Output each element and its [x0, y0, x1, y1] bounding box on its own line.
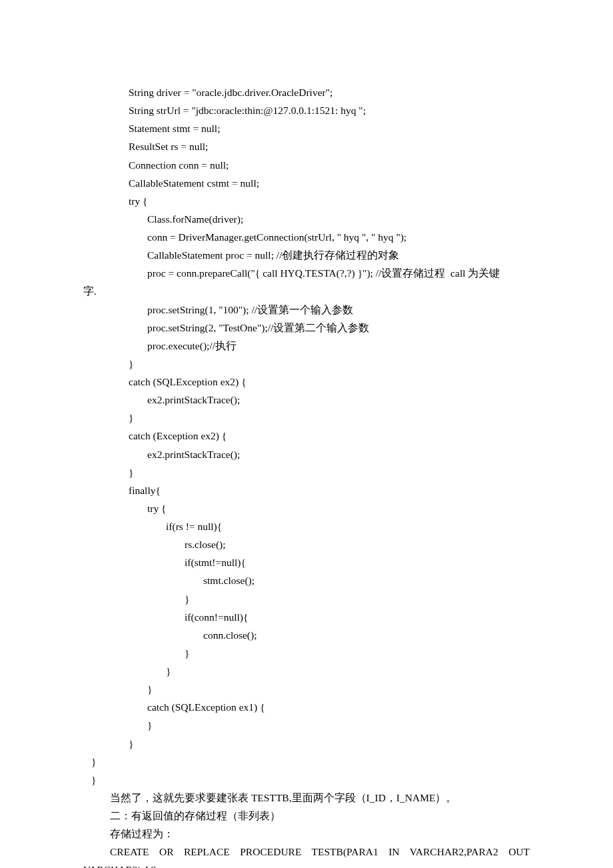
- code-line: if(rs != null){: [83, 517, 530, 535]
- code-line: }: [83, 771, 530, 789]
- code-line: if(conn!=null){: [83, 608, 530, 626]
- code-line: catch (SQLException ex1) {: [83, 698, 530, 716]
- code-line: CallableStatement cstmt = null;: [83, 174, 530, 192]
- code-line: }: [83, 590, 530, 608]
- code-line: }: [83, 644, 530, 662]
- code-line: if(stmt!=null){: [83, 553, 530, 571]
- code-line: Connection conn = null;: [83, 156, 530, 174]
- code-line: }: [83, 463, 530, 481]
- code-line: proc.setString(1, "100"); //设置第一个输入参数: [83, 301, 530, 319]
- code-line: conn = DriverManager.getConnection(strUr…: [83, 228, 530, 246]
- code-line: try {: [83, 192, 530, 210]
- code-line: proc.execute();//执行: [83, 337, 530, 355]
- paragraph: CREATE OR REPLACE PROCEDURE TESTB(PARA1 …: [83, 843, 530, 861]
- paragraph: 当然了，这就先要求要建张表 TESTTB,里面两个字段（I_ID，I_NAME）…: [83, 789, 530, 807]
- code-line: Statement stmt = null;: [83, 119, 530, 137]
- code-line: ex2.printStackTrace();: [83, 391, 530, 409]
- code-line-continuation: 字.: [83, 282, 530, 300]
- code-line: }: [83, 662, 530, 680]
- paragraph-continuation: VARCHAR2) AS: [83, 861, 530, 868]
- code-line: }: [83, 680, 530, 698]
- code-line: catch (SQLException ex2) {: [83, 373, 530, 391]
- code-line: catch (Exception ex2) {: [83, 427, 530, 445]
- code-line: try {: [83, 499, 530, 517]
- code-line: conn.close();: [83, 626, 530, 644]
- code-line: }: [83, 716, 530, 734]
- paragraph: 存储过程为：: [83, 825, 530, 843]
- code-line: }: [83, 409, 530, 427]
- code-line: ResultSet rs = null;: [83, 137, 530, 155]
- code-line: CallableStatement proc = null; //创建执行存储过…: [83, 246, 530, 264]
- code-line: proc.setString(2, "TestOne");//设置第二个输入参数: [83, 319, 530, 337]
- code-line: }: [83, 355, 530, 373]
- code-line: String driver = "oracle.jdbc.driver.Orac…: [83, 83, 530, 101]
- document-page: String driver = "oracle.jdbc.driver.Orac…: [0, 0, 613, 868]
- code-line: ex2.printStackTrace();: [83, 445, 530, 463]
- code-line: proc = conn.prepareCall("{ call HYQ.TEST…: [83, 264, 530, 282]
- code-line: stmt.close();: [83, 571, 530, 589]
- code-line: Class.forName(driver);: [83, 210, 530, 228]
- code-line: String strUrl = "jdbc:oracle:thin:@127.0…: [83, 101, 530, 119]
- code-line: }: [83, 753, 530, 771]
- code-line: finally{: [83, 481, 530, 499]
- code-line: }: [83, 735, 530, 753]
- paragraph: 二：有返回值的存储过程（非列表）: [83, 807, 530, 825]
- code-line: rs.close();: [83, 535, 530, 553]
